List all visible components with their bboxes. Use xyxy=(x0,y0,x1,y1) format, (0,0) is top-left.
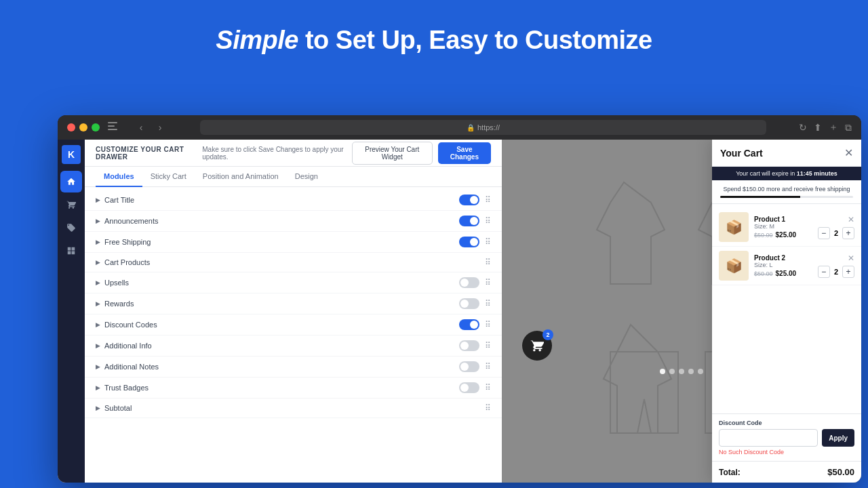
chevron-icon: ▶ xyxy=(96,239,100,245)
module-announcements[interactable]: ▶ Announcements ⠿ xyxy=(85,211,502,232)
close-button[interactable] xyxy=(67,123,75,131)
drag-handle-additional-notes[interactable]: ⠿ xyxy=(485,362,491,371)
module-name-cart-products: Cart Products xyxy=(104,258,485,266)
sidebar-item-grid[interactable] xyxy=(60,240,82,262)
dot-5[interactable] xyxy=(698,369,703,374)
cart-expiry-text: Your cart will expire in xyxy=(736,170,797,177)
sidebar-toggle-icon[interactable] xyxy=(108,122,121,133)
toggle-upsells[interactable] xyxy=(459,277,479,288)
toggle-rewards[interactable] xyxy=(459,298,479,309)
drag-handle-trust-badges[interactable]: ⠿ xyxy=(485,383,491,392)
toggle-discount-codes[interactable] xyxy=(459,319,479,330)
url-text: https:// xyxy=(477,123,500,131)
app-content: K CUSTOMIZE YOUR CART DRAWER Make sure t… xyxy=(58,140,861,483)
add-tab-button[interactable]: ＋ xyxy=(829,121,838,134)
cart-product-2: 📦 Product 2 Size: L $50.00 $25.00 ✕ xyxy=(712,247,861,285)
hero-heading: Simple to Set Up, Easy to Customize xyxy=(0,26,868,55)
dot-2[interactable] xyxy=(669,369,675,374)
toggle-trust-badges[interactable] xyxy=(459,382,479,393)
minimize-button[interactable] xyxy=(79,123,87,131)
module-subtotal[interactable]: ▶ Subtotal ⠿ xyxy=(85,399,502,418)
back-button[interactable]: ‹ xyxy=(134,120,149,135)
sidebar-item-cart[interactable] xyxy=(60,194,82,216)
total-label: Total: xyxy=(719,468,741,477)
shipping-progress-bar xyxy=(720,196,853,198)
module-cart-products[interactable]: ▶ Cart Products ⠿ xyxy=(85,253,502,272)
module-upsells[interactable]: ▶ Upsells ⠿ xyxy=(85,272,502,293)
drag-handle-cart-title[interactable]: ⠿ xyxy=(485,195,491,205)
panel-title: CUSTOMIZE YOUR CART DRAWER xyxy=(96,146,202,161)
drag-handle-announcements[interactable]: ⠿ xyxy=(485,216,491,226)
toggle-announcements[interactable] xyxy=(459,216,479,226)
product-1-variant: Size: M xyxy=(754,223,812,230)
dot-3[interactable] xyxy=(679,369,684,374)
tab-sticky-cart[interactable]: Sticky Cart xyxy=(142,167,195,187)
product-1-qty-increase[interactable]: + xyxy=(842,227,854,239)
module-trust-badges[interactable]: ▶ Trust Badges ⠿ xyxy=(85,378,502,399)
cart-drawer: Your Cart ✕ Your cart will expire in 11:… xyxy=(712,140,861,483)
product-2-qty-increase[interactable]: + xyxy=(842,266,854,278)
drag-handle-cart-products[interactable]: ⠿ xyxy=(485,258,491,267)
apply-button[interactable]: Apply xyxy=(822,429,854,447)
forward-button[interactable]: › xyxy=(153,120,167,135)
tabs-button[interactable]: ⧉ xyxy=(845,122,852,134)
product-2-delete-button[interactable]: ✕ xyxy=(848,253,854,263)
product-2-qty-decrease[interactable]: − xyxy=(818,266,830,278)
product-1-qty-decrease[interactable]: − xyxy=(818,227,830,239)
drag-handle-additional-info[interactable]: ⠿ xyxy=(485,341,491,350)
module-name-free-shipping: Free Shipping xyxy=(104,238,459,246)
drag-handle-rewards[interactable]: ⠿ xyxy=(485,299,491,308)
toggle-cart-title[interactable] xyxy=(459,195,479,205)
chevron-icon: ▶ xyxy=(96,363,100,370)
box-icon: 📦 xyxy=(726,219,743,235)
module-cart-title[interactable]: ▶ Cart Title ⠿ xyxy=(85,190,502,211)
toggle-additional-notes[interactable] xyxy=(459,361,479,372)
toggle-free-shipping[interactable] xyxy=(459,237,479,247)
toggle-additional-info[interactable] xyxy=(459,340,479,351)
chevron-icon: ▶ xyxy=(96,279,100,286)
hero-rest-text: to Set Up, Easy to Customize xyxy=(298,26,652,54)
sidebar-item-home[interactable] xyxy=(60,171,82,192)
cart-fab[interactable]: 2 xyxy=(522,331,552,361)
module-rewards[interactable]: ▶ Rewards ⠿ xyxy=(85,293,502,314)
shipping-progress-fill xyxy=(720,196,800,198)
drag-handle-subtotal[interactable]: ⠿ xyxy=(485,403,491,413)
product-1-image: 📦 xyxy=(719,212,749,242)
tab-design[interactable]: Design xyxy=(287,167,326,187)
sidebar-item-tag[interactable] xyxy=(60,217,82,239)
product-1-sale-price: $25.00 xyxy=(776,231,797,239)
box-icon: 📦 xyxy=(726,258,743,274)
toggle-bar xyxy=(108,129,117,130)
cart-close-button[interactable]: ✕ xyxy=(844,146,853,159)
save-changes-button[interactable]: Save Changes xyxy=(438,142,491,164)
drag-handle-discount-codes[interactable]: ⠿ xyxy=(485,320,491,329)
preview-widget-button[interactable]: Preview Your Cart Widget xyxy=(352,142,433,165)
module-free-shipping[interactable]: ▶ Free Shipping ⠿ xyxy=(85,232,502,253)
module-additional-notes[interactable]: ▶ Additional Notes ⠿ xyxy=(85,357,502,378)
browser-window: ‹ › 🔒 https:// ↻ ⬆ ＋ ⧉ K xyxy=(58,115,861,483)
chevron-icon: ▶ xyxy=(96,218,100,224)
product-1-qty-control: − 2 + xyxy=(818,227,854,239)
address-bar[interactable]: 🔒 https:// xyxy=(200,120,766,135)
maximize-button[interactable] xyxy=(92,123,100,131)
reload-button[interactable]: ↻ xyxy=(799,122,807,133)
drag-handle-free-shipping[interactable]: ⠿ xyxy=(485,237,491,247)
dot-4[interactable] xyxy=(688,369,694,374)
panel-header: CUSTOMIZE YOUR CART DRAWER Make sure to … xyxy=(85,140,502,167)
product-2-info: Product 2 Size: L $50.00 $25.00 xyxy=(754,254,812,277)
module-additional-info[interactable]: ▶ Additional Info ⠿ xyxy=(85,336,502,357)
share-button[interactable]: ⬆ xyxy=(814,122,822,133)
chevron-icon: ▶ xyxy=(96,405,100,411)
browser-nav: ‹ › xyxy=(134,120,167,135)
product-1-delete-button[interactable]: ✕ xyxy=(848,215,854,224)
chevron-icon: ▶ xyxy=(96,259,100,266)
cart-total: Total: $50.00 xyxy=(712,461,861,483)
drag-handle-upsells[interactable]: ⠿ xyxy=(485,278,491,287)
tab-modules[interactable]: Modules xyxy=(96,167,142,187)
traffic-lights xyxy=(67,123,100,131)
dot-1[interactable] xyxy=(660,369,665,374)
discount-input[interactable] xyxy=(719,429,818,447)
lock-icon: 🔒 xyxy=(467,124,475,131)
module-discount-codes[interactable]: ▶ Discount Codes ⠿ xyxy=(85,314,502,336)
tab-position-animation[interactable]: Position and Animation xyxy=(195,167,287,187)
